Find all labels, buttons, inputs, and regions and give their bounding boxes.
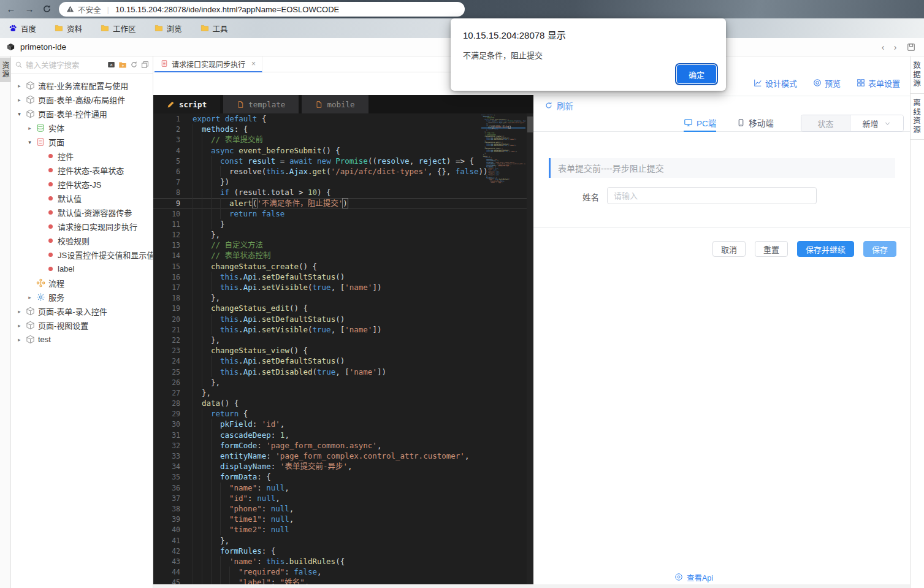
- code-line[interactable]: 44"required": false,: [153, 567, 533, 577]
- code-line[interactable]: 20this.Api.setDefaultStatus(): [153, 314, 533, 324]
- code-line[interactable]: 36"name": null,: [153, 483, 533, 493]
- tree-item[interactable]: 默认值: [11, 191, 153, 205]
- right-strip-tab-offline[interactable]: 离线资源: [911, 94, 924, 140]
- code-line[interactable]: 11}: [153, 219, 533, 229]
- editor-tab-mobile[interactable]: mobile: [302, 95, 368, 113]
- code-line[interactable]: 3// 表单提交前: [153, 134, 533, 145]
- bookmark-item[interactable]: 工具: [200, 23, 228, 34]
- tree-item[interactable]: ▸流程-业务流程配置与使用: [11, 78, 153, 93]
- code-line[interactable]: 28data() {: [153, 398, 533, 408]
- toolbar-link-form-settings[interactable]: 表单设置: [857, 77, 900, 89]
- code-line[interactable]: 17this.Api.setVisible(true, ['name']): [153, 282, 533, 292]
- forward-icon[interactable]: →: [22, 2, 37, 17]
- tree-item[interactable]: ▸页面-表单-录入控件: [11, 304, 153, 318]
- caret-right-icon[interactable]: ▸: [16, 323, 23, 329]
- tree-item[interactable]: label: [11, 262, 153, 276]
- code-line[interactable]: 42formRules: {: [153, 546, 533, 556]
- document-tab-active[interactable]: 请求接口实现同步执行 ×: [155, 56, 262, 72]
- page-hscroll[interactable]: [153, 584, 924, 588]
- tree-item[interactable]: ▸页面-视图设置: [11, 318, 153, 332]
- toolbar-link-design-mode[interactable]: 设计模式: [754, 77, 797, 89]
- name-input[interactable]: [607, 187, 817, 204]
- code-line[interactable]: 22},: [153, 335, 533, 345]
- scrollbar-thumb[interactable]: [527, 116, 533, 132]
- save-and-continue-button[interactable]: 保存并继续: [797, 241, 854, 257]
- ok-button[interactable]: 确定: [677, 65, 716, 83]
- resource-strip-tab[interactable]: 资源: [0, 58, 11, 82]
- caret-right-icon[interactable]: ▸: [16, 308, 23, 315]
- cancel-button[interactable]: 取消: [712, 241, 746, 257]
- code-line[interactable]: 25this.Api.setDisabled(true, ['name']): [153, 367, 533, 377]
- nav-back-icon[interactable]: ‹: [877, 42, 888, 53]
- tree-item[interactable]: 默认值-资源容器传参: [11, 205, 153, 220]
- caret-right-icon[interactable]: ▸: [16, 83, 23, 89]
- code-line[interactable]: 8if (result.total > 10) {: [153, 187, 533, 197]
- tree-item[interactable]: 流程: [11, 276, 153, 290]
- address-bar[interactable]: 不安全 | 10.15.15.204:28078/ide/index.html?…: [59, 2, 465, 17]
- not-secure-warning-icon[interactable]: [66, 5, 74, 13]
- tree-item[interactable]: ▸实体: [11, 121, 153, 135]
- toolbar-link-preview[interactable]: 预览: [813, 77, 841, 89]
- code-line[interactable]: 43'name': this.buildRules({: [153, 556, 533, 567]
- code-line[interactable]: 27},: [153, 388, 533, 398]
- bookmark-item[interactable]: 资料: [55, 23, 82, 34]
- close-icon[interactable]: ×: [251, 59, 256, 68]
- code-line[interactable]: 41},: [153, 535, 533, 546]
- code-line[interactable]: 18},: [153, 292, 533, 303]
- code-line[interactable]: 9alert('不满足条件，阻止提交'): [153, 198, 533, 208]
- code-area[interactable]: 1export default {2methods: {3// 表单提交前4as…: [153, 113, 533, 588]
- code-line[interactable]: 4async event_beforeSubmit() {: [153, 145, 533, 156]
- code-line[interactable]: 29return {: [153, 408, 533, 419]
- back-icon[interactable]: ←: [4, 2, 18, 17]
- code-line[interactable]: 6resolve(this.Ajax.get('/api/afc/dict-ty…: [153, 166, 533, 177]
- code-line[interactable]: 5const result = await new Promise((resol…: [153, 156, 533, 166]
- refresh-button[interactable]: 刷新: [544, 99, 573, 112]
- code-line[interactable]: 15changeStatus_create() {: [153, 261, 533, 272]
- editor-tab-template[interactable]: template: [223, 95, 299, 113]
- reset-button[interactable]: 重置: [755, 241, 788, 257]
- device-tab-pc[interactable]: PC端: [684, 113, 716, 132]
- save-icon[interactable]: [906, 42, 917, 53]
- tree-item[interactable]: ▾页面-表单-控件通用: [11, 107, 153, 121]
- editor-tab-script[interactable]: script: [153, 95, 220, 113]
- code-line[interactable]: 37"id": null,: [153, 493, 533, 503]
- code-line[interactable]: 2methods: {: [153, 124, 533, 134]
- save-button[interactable]: 保存: [863, 241, 896, 257]
- caret-right-icon[interactable]: ▸: [16, 97, 23, 103]
- reload-icon[interactable]: [39, 2, 54, 17]
- caret-right-icon[interactable]: ▸: [26, 294, 33, 300]
- code-line[interactable]: 19changeStatus_edit() {: [153, 303, 533, 313]
- right-strip-tab-datasource[interactable]: 数据源: [911, 56, 924, 94]
- search-input[interactable]: 输入关键字搜索: [26, 59, 80, 71]
- caret-down-icon[interactable]: ▾: [26, 139, 33, 145]
- view-api-link[interactable]: 查看Api: [674, 571, 713, 583]
- code-line[interactable]: 7}): [153, 177, 533, 187]
- tree-item[interactable]: 控件状态-JS: [11, 177, 153, 191]
- tree-item[interactable]: 控件状态-表单状态: [11, 163, 153, 177]
- caret-right-icon[interactable]: ▸: [26, 125, 33, 131]
- tree-item[interactable]: ▸页面-表单-高级/布局组件: [11, 93, 153, 107]
- minimap[interactable]: export default { methods: { // 表单提交前 asy…: [481, 115, 525, 213]
- code-line[interactable]: 21this.Api.setVisible(true, ['name']): [153, 324, 533, 335]
- code-line[interactable]: 33entityName: 'page_form_complex.control…: [153, 451, 533, 461]
- tree-item[interactable]: ▸test: [11, 332, 153, 346]
- caret-right-icon[interactable]: ▸: [16, 337, 23, 343]
- refresh-icon[interactable]: [130, 60, 138, 69]
- editor-scrollbar[interactable]: [527, 113, 533, 588]
- code-line[interactable]: 31cascadeDeep: 1,: [153, 430, 533, 440]
- device-tab-mobile[interactable]: 移动端: [737, 113, 774, 132]
- code-line[interactable]: 16this.Api.setDefaultStatus(): [153, 272, 533, 282]
- tree-item[interactable]: JS设置控件提交值和显示值: [11, 248, 153, 262]
- code-line[interactable]: 26},: [153, 377, 533, 388]
- code-line[interactable]: 13// 自定义方法: [153, 240, 533, 250]
- collapse-all-icon[interactable]: [141, 60, 149, 69]
- code-line[interactable]: 12},: [153, 229, 533, 240]
- status-select[interactable]: 新增: [850, 115, 903, 131]
- new-folder-icon[interactable]: [118, 60, 127, 69]
- tree-item[interactable]: ▾页面: [11, 135, 153, 149]
- code-line[interactable]: 24this.Api.setDefaultStatus(): [153, 356, 533, 366]
- code-line[interactable]: 23changeStatus_view() {: [153, 345, 533, 356]
- code-line[interactable]: 34displayName: '表单提交前-异步',: [153, 461, 533, 472]
- bookmark-item[interactable]: 浏览: [155, 23, 182, 34]
- code-line[interactable]: 30pkField: 'id',: [153, 419, 533, 429]
